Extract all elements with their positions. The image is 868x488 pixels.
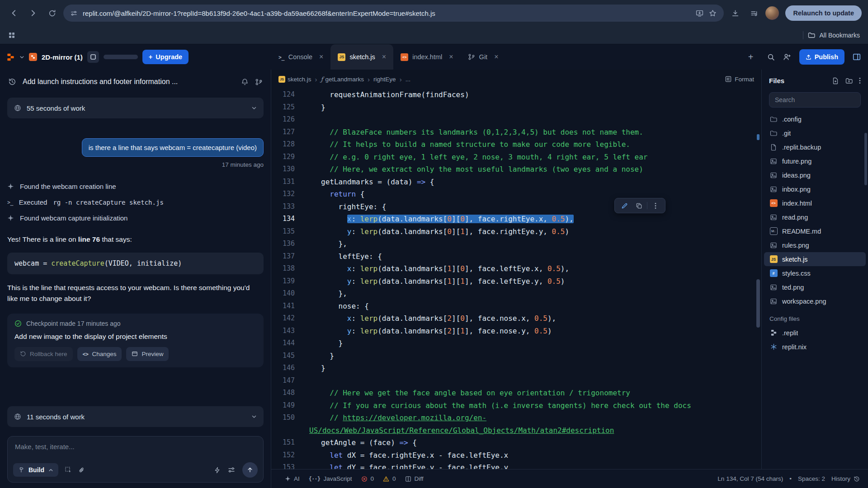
code-line[interactable]: 151getAngle = (face) => { [271, 436, 761, 449]
chevron-down-icon[interactable] [251, 414, 257, 419]
lightning-icon[interactable] [214, 467, 221, 474]
file-index.html[interactable]: <>index.html [764, 196, 866, 210]
fork-icon[interactable] [255, 78, 263, 86]
new-folder-icon[interactable] [845, 77, 853, 84]
code-line[interactable]: 132 return { [271, 188, 761, 201]
chevron-down-icon[interactable] [251, 105, 257, 111]
code-line[interactable]: 145 } [271, 350, 761, 362]
tab-index.html[interactable]: <>index.html× [393, 44, 460, 70]
search-icon[interactable] [767, 53, 775, 61]
file-styles.css[interactable]: #styles.css [764, 266, 866, 280]
work-summary-bottom[interactable]: 11 seconds of work [7, 406, 264, 427]
build-mode-button[interactable]: Build [13, 463, 58, 477]
rollback-here-button[interactable]: Rollback here [14, 347, 73, 361]
file-sketch.js[interactable]: JSsketch.js [764, 252, 866, 266]
code-line[interactable]: 124 requestAnimationFrame(findFaces) [271, 89, 761, 101]
code-line[interactable]: 144 } [271, 337, 761, 350]
address-bar[interactable]: replit.com/@alfkeih/2D-mirror-1?replId=8… [63, 5, 724, 22]
install-app-icon[interactable] [696, 9, 703, 17]
browser-avatar[interactable] [765, 6, 779, 20]
bookmark-star-icon[interactable] [709, 9, 717, 17]
tab-Console[interactable]: >_Console× [271, 44, 330, 70]
new-tab-button[interactable]: + [742, 44, 760, 70]
send-button[interactable] [242, 462, 258, 478]
code-line[interactable]: 128 // It helps to build a named structu… [271, 138, 761, 151]
code-line[interactable]: 125} [271, 101, 761, 114]
code-line[interactable]: 150 // https://developer.mozilla.org/en- [271, 412, 761, 424]
code-line[interactable]: US/docs/Web/JavaScript/Reference/Global_… [271, 424, 761, 437]
forward-icon[interactable] [25, 5, 41, 21]
thread-title[interactable]: Add launch instructions and footer infor… [23, 78, 235, 86]
changes-button[interactable]: <>Changes [77, 347, 122, 361]
breadcrumb-segment[interactable]: ƒgetLandmarks [321, 75, 364, 83]
close-icon[interactable]: × [494, 53, 498, 61]
back-icon[interactable] [6, 5, 22, 21]
close-icon[interactable]: × [319, 53, 323, 61]
layout-panels-icon[interactable] [853, 53, 861, 61]
reload-icon[interactable] [44, 5, 60, 21]
file-future.png[interactable]: future.png [764, 154, 866, 168]
file-ted.png[interactable]: ted.png [764, 280, 866, 294]
breadcrumb-segment[interactable]: rightEye [373, 76, 396, 83]
code-line[interactable]: 136 }, [271, 238, 761, 250]
ai-status[interactable]: AI [285, 475, 300, 482]
code-line[interactable]: 147 [271, 375, 761, 387]
agent-step[interactable]: >_Executed rg -n createCapture sketch.js [7, 198, 264, 206]
files-scrollbar[interactable] [864, 133, 867, 185]
breadcrumb-file[interactable]: JS sketch.js [278, 76, 311, 83]
code-line[interactable]: 146} [271, 362, 761, 375]
tab-Git[interactable]: Git× [461, 44, 506, 70]
invite-user-icon[interactable] [783, 53, 791, 61]
file-.replit.backup[interactable]: .replit.backup [764, 140, 866, 154]
all-bookmarks-label[interactable]: All Bookmarks [820, 32, 860, 39]
code-line[interactable]: 143 y: lerp(data.landmarks[2][1], face.n… [271, 325, 761, 338]
copy-icon[interactable] [632, 200, 645, 211]
stop-button[interactable] [87, 51, 99, 63]
code-line[interactable]: 127 // BlazeFace numbers its landmarks (… [271, 126, 761, 139]
files-search-input[interactable] [769, 92, 861, 108]
apps-grid-icon[interactable] [8, 32, 15, 39]
code-line[interactable]: 137 leftEye: { [271, 250, 761, 263]
file-.config[interactable]: .config [764, 112, 866, 126]
code-line[interactable]: 153 let dY = face.rightEye.y - face.left… [271, 461, 761, 469]
history-button[interactable]: History [831, 475, 860, 482]
code-line[interactable]: 134 x: lerp(data.landmarks[0][0], face.r… [271, 213, 761, 225]
file-inbox.png[interactable]: inbox.png [764, 182, 866, 196]
relaunch-to-update-button[interactable]: Relaunch to update [785, 5, 862, 21]
file-read.png[interactable]: read.png [764, 210, 866, 224]
agent-input[interactable]: Make, test, iterate... [13, 442, 258, 462]
code-line[interactable]: 135 y: lerp(data.landmarks[0][1], face.r… [271, 225, 761, 238]
edit-with-ai-icon[interactable] [618, 200, 631, 211]
editor-scrollbar[interactable] [756, 279, 760, 328]
agent-step[interactable]: Found the webcam creation line [7, 183, 264, 190]
code-line[interactable]: 149 // If you are curious about the math… [271, 399, 761, 412]
cursor-position[interactable]: Ln 134, Col 7 (54 chars) [717, 475, 783, 482]
code-line[interactable]: 140 }, [271, 287, 761, 300]
close-icon[interactable]: × [382, 53, 386, 61]
format-button[interactable]: Format [725, 76, 754, 83]
publish-button[interactable]: Publish [799, 49, 844, 65]
code-line[interactable]: 142 x: lerp(data.landmarks[2][0], face.n… [271, 312, 761, 325]
language-indicator[interactable]: {··} JavaScript [309, 475, 352, 482]
chevron-down-icon[interactable] [19, 55, 24, 60]
project-name[interactable]: 2D-mirror (1) [42, 53, 83, 61]
code-line[interactable]: 139 y: lerp(data.landmarks[1][1], face.l… [271, 275, 761, 288]
tab-sketch.js[interactable]: JSsketch.js× [330, 44, 393, 70]
file-rules.png[interactable]: rules.png [764, 238, 866, 252]
code-line[interactable]: 138 x: lerp(data.landmarks[1][0], face.l… [271, 263, 761, 275]
code-line[interactable]: 133 rightEye: { [271, 201, 761, 213]
file-ideas.png[interactable]: ideas.png [764, 168, 866, 182]
close-icon[interactable]: × [449, 53, 453, 61]
downloads-icon[interactable] [727, 5, 743, 21]
upgrade-button[interactable]: +Upgrade [142, 50, 189, 64]
code-line[interactable]: 131getLandmarks = (data) => { [271, 176, 761, 188]
errors-indicator[interactable]: 0 [361, 475, 374, 482]
bell-icon[interactable] [241, 78, 249, 86]
code-line[interactable]: 141 nose: { [271, 300, 761, 313]
more-options-icon[interactable] [859, 77, 861, 84]
file-.replit[interactable]: .replit [764, 326, 866, 340]
indentation-indicator[interactable]: Spaces: 2 [798, 475, 825, 482]
code-line[interactable]: 126 [271, 113, 761, 126]
new-file-icon[interactable] [832, 77, 839, 84]
agent-step[interactable]: Found webcam capture initialization [7, 214, 264, 222]
